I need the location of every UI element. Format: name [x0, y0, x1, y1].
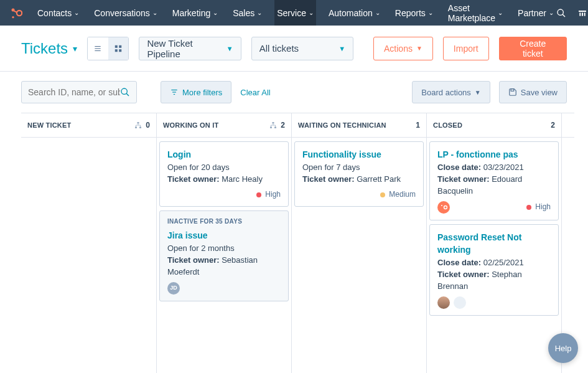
- svg-rect-27: [273, 122, 274, 124]
- search-input[interactable]: [28, 87, 120, 97]
- avatar: JD: [167, 282, 180, 295]
- avatar: [437, 296, 450, 309]
- svg-rect-26: [139, 127, 141, 129]
- board-view-button[interactable]: [108, 37, 129, 60]
- svg-rect-9: [584, 12, 586, 16]
- chevron-down-icon: ⌄: [549, 9, 554, 16]
- svg-rect-15: [119, 45, 121, 47]
- priority-dot: [256, 192, 261, 197]
- nav-item-automation[interactable]: Automation⌄: [326, 0, 383, 26]
- kanban-board: NEW TICKET0WORKING ON IT2LoginOpen for 2…: [0, 113, 588, 373]
- board-actions-button[interactable]: Board actions ▼: [412, 81, 490, 103]
- board-column: NEW TICKET0: [21, 113, 156, 373]
- nav-item-marketing[interactable]: Marketing⌄: [170, 0, 220, 26]
- svg-rect-17: [119, 49, 121, 52]
- chevron-down-icon: ▼: [226, 45, 233, 52]
- clear-all-link[interactable]: Clear All: [240, 88, 270, 97]
- marketplace-icon[interactable]: [577, 8, 587, 18]
- actions-button[interactable]: Actions▼: [373, 37, 433, 60]
- ticket-card[interactable]: Functionality issueOpen for 7 daysTicket…: [294, 141, 424, 207]
- column-count: 2: [551, 121, 555, 130]
- ticket-owner: Ticket owner: Edouard Bacquelin: [437, 174, 551, 197]
- view-toggle: [87, 37, 129, 60]
- column-body: Functionality issueOpen for 7 daysTicket…: [292, 138, 426, 373]
- page-title[interactable]: Tickets ▾: [21, 40, 77, 57]
- create-ticket-button[interactable]: Create ticket: [499, 37, 567, 60]
- board-column: WORKING ON IT2LoginOpen for 20 daysTicke…: [156, 113, 291, 373]
- ticket-title: LP - fonctionne pas: [437, 148, 551, 161]
- chevron-down-icon: ⌄: [309, 9, 314, 16]
- chevron-down-icon: ▼: [338, 45, 345, 52]
- svg-rect-23: [511, 89, 514, 92]
- nav-item-sales[interactable]: Sales⌄: [230, 0, 264, 26]
- import-button[interactable]: Import: [443, 37, 489, 60]
- svg-point-4: [558, 9, 563, 15]
- svg-line-5: [562, 14, 565, 17]
- svg-rect-24: [138, 122, 139, 124]
- top-nav: Contacts⌄Conversations⌄Marketing⌄Sales⌄S…: [0, 0, 588, 26]
- save-view-button[interactable]: Save view: [499, 81, 567, 103]
- column-header: NEW TICKET0: [21, 113, 156, 138]
- ticket-meta: Open for 7 days: [302, 162, 416, 174]
- svg-rect-16: [115, 49, 118, 52]
- hubspot-logo: [10, 7, 22, 19]
- ticket-footer: High: [167, 189, 281, 200]
- filter-bar: More filters Clear All Board actions ▼ S…: [0, 72, 588, 113]
- ticket-footer: JD: [167, 282, 281, 295]
- ticket-owner: Ticket owner: Stephan Brennan: [437, 269, 551, 293]
- avatar: [454, 296, 466, 309]
- column-count: 0: [134, 121, 150, 130]
- list-view-button[interactable]: [88, 37, 108, 60]
- nav-item-service[interactable]: Service⌄: [274, 0, 316, 26]
- more-filters-label: More filters: [182, 88, 222, 97]
- create-ticket-label: Create ticket: [510, 39, 556, 59]
- ticket-owner: Ticket owner: Sebastian Moeferdt: [167, 255, 281, 278]
- svg-rect-6: [579, 11, 586, 12]
- page-title-text: Tickets: [21, 40, 68, 57]
- nav-item-reports[interactable]: Reports⌄: [393, 0, 436, 26]
- svg-point-30: [444, 205, 447, 209]
- pipeline-select[interactable]: New Ticket Pipeline ▼: [139, 37, 241, 60]
- svg-rect-28: [270, 127, 272, 129]
- nav-item-conversations[interactable]: Conversations⌄: [91, 0, 160, 26]
- save-icon: [508, 88, 517, 97]
- board-actions-label: Board actions: [421, 88, 471, 97]
- nav-label: Contacts: [37, 8, 72, 18]
- ticket-owner: Ticket owner: Marc Healy: [167, 174, 281, 186]
- nav-item-contacts[interactable]: Contacts⌄: [35, 0, 82, 26]
- chevron-down-icon: ▾: [73, 44, 77, 54]
- search-input-wrap[interactable]: [21, 81, 137, 103]
- ticket-card[interactable]: LP - fonctionne pasClose date: 03/23/202…: [429, 141, 559, 220]
- nav-label: Conversations: [94, 8, 150, 18]
- ticket-filter-select[interactable]: All tickets ▼: [251, 37, 353, 60]
- svg-rect-14: [115, 45, 118, 47]
- actions-button-label: Actions: [384, 44, 413, 54]
- nav-items: Contacts⌄Conversations⌄Marketing⌄Sales⌄S…: [35, 0, 556, 26]
- ticket-card[interactable]: LoginOpen for 20 daysTicket owner: Marc …: [159, 141, 289, 207]
- nav-label: Automation: [329, 8, 373, 18]
- chevron-down-icon: ⌄: [152, 9, 157, 16]
- column-count: 1: [416, 121, 420, 130]
- svg-point-31: [441, 205, 442, 206]
- ticket-owner: Ticket owner: Garrett Park: [302, 174, 416, 186]
- chevron-down-icon: ⌄: [74, 9, 79, 16]
- sub-header: Tickets ▾ New Ticket Pipeline ▼ All tick…: [0, 26, 588, 72]
- ticket-card[interactable]: INACTIVE FOR 35 DAYSJira issueOpen for 2…: [159, 210, 289, 301]
- search-icon[interactable]: [556, 8, 566, 18]
- nav-item-partner[interactable]: Partner⌄: [515, 0, 556, 26]
- nav-item-asset-marketplace[interactable]: Asset Marketplace⌄: [446, 0, 505, 26]
- column-header: CLOSED2: [427, 113, 561, 138]
- priority-dot: [380, 192, 385, 197]
- more-filters-button[interactable]: More filters: [161, 81, 231, 103]
- nav-label: Sales: [233, 8, 254, 18]
- nav-label: Partner: [518, 8, 546, 18]
- save-view-label: Save view: [521, 88, 558, 97]
- help-button[interactable]: Help: [548, 333, 578, 363]
- ticket-card[interactable]: Password Reset Not workingClose date: 02…: [429, 224, 559, 316]
- automation-icon: [134, 121, 142, 129]
- svg-line-19: [126, 93, 129, 96]
- svg-rect-8: [582, 12, 583, 16]
- chevron-down-icon: ⌄: [428, 9, 433, 16]
- column-header: WORKING ON IT2: [157, 113, 291, 138]
- board-column: CLOSED2LP - fonctionne pasClose date: 03…: [426, 113, 561, 373]
